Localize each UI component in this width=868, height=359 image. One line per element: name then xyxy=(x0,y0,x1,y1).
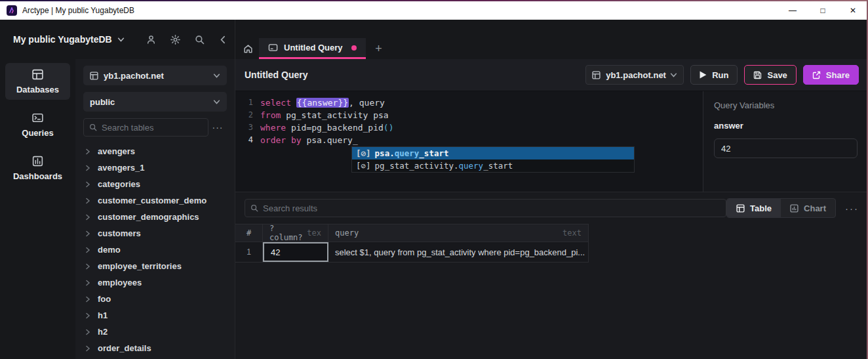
chevron-right-icon[interactable] xyxy=(85,165,91,171)
table-row[interactable]: customers xyxy=(83,225,227,242)
column-icon: [⊘] xyxy=(356,148,371,158)
table-row[interactable]: customer_demographics xyxy=(83,209,227,225)
tables-more-button[interactable]: ··· xyxy=(208,122,227,133)
tables-sidebar: yb1.pachot.net public xyxy=(75,59,235,359)
search-tables-input[interactable] xyxy=(102,123,203,133)
connection-dropdown[interactable]: yb1.pachot.net xyxy=(83,66,227,85)
query-connection-name: yb1.pachot.net xyxy=(606,70,666,80)
user-icon[interactable] xyxy=(146,35,156,45)
chart-icon xyxy=(790,204,799,213)
table-row[interactable]: customer_customer_demo xyxy=(83,192,227,209)
run-button[interactable]: Run xyxy=(690,65,738,85)
table-row[interactable]: avengers_1 xyxy=(83,159,227,176)
chevron-right-icon[interactable] xyxy=(85,247,91,253)
minimize-button[interactable]: — xyxy=(778,1,808,20)
header-column-1[interactable]: ?column?tex xyxy=(263,224,328,242)
table-row[interactable]: avengers xyxy=(83,143,227,159)
share-button[interactable]: Share xyxy=(803,65,859,85)
play-icon xyxy=(700,71,707,79)
search-icon[interactable] xyxy=(195,35,205,45)
sql-editor[interactable]: 1 select {{answer}}, query 2 from pg_sta… xyxy=(235,91,703,192)
tab-untitled-query[interactable]: Untitled Query xyxy=(259,38,366,59)
table-row[interactable]: h1 xyxy=(83,307,227,324)
row-number: 1 xyxy=(235,242,263,262)
line-number: 4 xyxy=(235,134,260,146)
chevron-right-icon[interactable] xyxy=(85,148,91,155)
query-connection-dropdown[interactable]: yb1.pachot.net xyxy=(585,65,684,85)
result-cell-selected[interactable]: 42 xyxy=(263,242,328,262)
result-cell-query[interactable]: select $1, query from pg_stat_activity w… xyxy=(328,242,589,262)
results-more-button[interactable]: ··· xyxy=(845,203,859,214)
queries-terminal-icon xyxy=(31,112,44,124)
chevron-right-icon[interactable] xyxy=(85,181,91,188)
results-header-row: # ?column?tex querytext xyxy=(235,224,589,242)
left-body: Databases Queries Dashboards xyxy=(0,59,235,359)
table-row[interactable]: foo xyxy=(83,291,227,307)
schema-dropdown[interactable]: public xyxy=(83,92,227,112)
variable-value-input[interactable] xyxy=(714,138,858,158)
chevron-right-icon[interactable] xyxy=(85,198,91,204)
variable-name: answer xyxy=(714,121,858,131)
tab-label: Untitled Query xyxy=(284,43,343,53)
table-row[interactable]: employees xyxy=(83,274,227,291)
column-type: text xyxy=(562,228,582,238)
chevron-right-icon[interactable] xyxy=(85,296,91,303)
maximize-button[interactable]: □ xyxy=(808,1,838,20)
settings-gear-icon[interactable] xyxy=(170,35,180,45)
chart-view-label: Chart xyxy=(804,203,826,213)
chevron-right-icon[interactable] xyxy=(85,329,91,335)
query-variables-panel: Query Variables answer xyxy=(703,91,868,192)
column-type: tex xyxy=(307,228,321,238)
header-column-2[interactable]: querytext xyxy=(328,224,589,242)
line-number: 3 xyxy=(235,121,260,134)
app-window: Arctype | My public YugabyteDB — □ ✕ My … xyxy=(0,0,868,359)
app-body: My public YugabyteDB xyxy=(0,20,868,359)
database-icon xyxy=(592,71,601,79)
table-search-box xyxy=(83,118,208,137)
autocomplete-item-selected[interactable]: [⊘]psa.query_start xyxy=(352,147,634,159)
table-row[interactable]: categories xyxy=(83,176,227,192)
dashboards-chart-icon xyxy=(31,155,44,167)
collapse-sidebar-icon[interactable] xyxy=(219,35,227,44)
chevron-right-icon[interactable] xyxy=(85,345,91,352)
table-row[interactable]: demo xyxy=(83,242,227,258)
share-label: Share xyxy=(826,70,850,80)
new-tab-button[interactable]: + xyxy=(366,38,392,59)
table-row[interactable]: order_details xyxy=(83,340,227,356)
line-number: 1 xyxy=(235,96,260,109)
chart-view-button[interactable]: Chart xyxy=(781,199,835,217)
table-view-button[interactable]: Table xyxy=(727,199,781,217)
table-list: avengers avengers_1 categories customer_… xyxy=(83,140,227,359)
query-title[interactable]: Untitled Query xyxy=(245,70,307,80)
variables-title: Query Variables xyxy=(714,100,858,110)
table-row[interactable]: orders xyxy=(83,356,227,359)
table-row[interactable]: h2 xyxy=(83,324,227,340)
chevron-right-icon[interactable] xyxy=(85,280,91,286)
chevron-right-icon[interactable] xyxy=(85,214,91,221)
save-button[interactable]: Save xyxy=(744,65,796,85)
results-grid: # ?column?tex querytext 1 42 select $1, … xyxy=(235,224,589,263)
nav-item-databases[interactable]: Databases xyxy=(5,63,70,100)
workspace-header: My public YugabyteDB xyxy=(0,20,235,59)
window-accent-border xyxy=(0,0,868,1)
nav-item-dashboards[interactable]: Dashboards xyxy=(5,150,70,186)
home-tab[interactable] xyxy=(237,38,259,59)
code-line: 3 where pid=pg_backend_pid() xyxy=(235,121,703,134)
results-view-controls: Table Chart ··· xyxy=(726,198,859,218)
chevron-right-icon[interactable] xyxy=(85,230,91,237)
code-text: select {{answer}}, query xyxy=(260,96,385,109)
chevron-right-icon[interactable] xyxy=(85,263,91,270)
result-row: 1 42 select $1, query from pg_stat_activ… xyxy=(235,242,589,263)
arctype-logo-icon xyxy=(7,5,17,16)
close-button[interactable]: ✕ xyxy=(838,1,868,20)
table-view-label: Table xyxy=(750,203,772,213)
code-text: from pg_stat_activity psa xyxy=(260,109,389,121)
table-row[interactable]: employee_territories xyxy=(83,258,227,274)
connection-name: yb1.pachot.net xyxy=(104,71,164,81)
nav-item-queries[interactable]: Queries xyxy=(5,106,70,143)
search-results-input[interactable] xyxy=(263,203,720,213)
chevron-right-icon[interactable] xyxy=(85,312,91,319)
chevron-down-icon[interactable] xyxy=(117,36,125,43)
autocomplete-item[interactable]: [⊘]pg_stat_activity.query_start xyxy=(352,159,634,172)
workspace-name[interactable]: My public YugabyteDB xyxy=(13,34,112,45)
